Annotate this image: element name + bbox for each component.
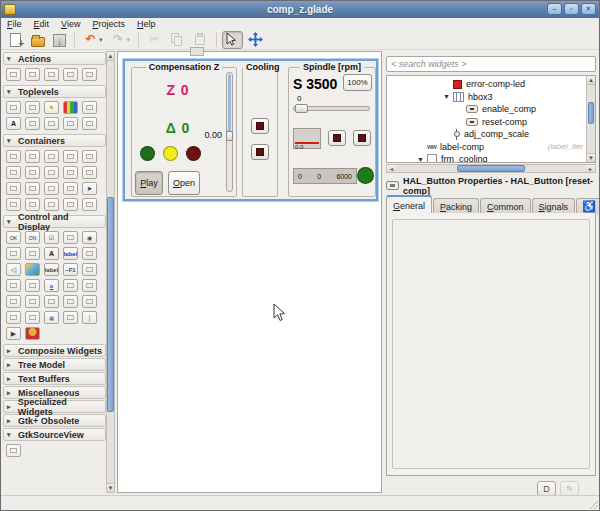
palette-spin-widget-icon[interactable] [25, 247, 40, 260]
frame-compensation[interactable]: Compensation Z Z 0 Δ 0 0.00 Play Open [131, 67, 237, 197]
menu-projects[interactable]: Projects [92, 19, 125, 30]
palette-layout-icon[interactable] [63, 182, 78, 195]
palette-section-specialized-widgets[interactable]: ▸Specialized Widgets [3, 400, 106, 413]
palette-table-icon[interactable] [44, 150, 59, 163]
spindle-button-1[interactable] [328, 130, 346, 146]
palette-drawing-area-icon[interactable] [25, 311, 40, 324]
palette-vpaned-icon[interactable] [63, 166, 78, 179]
palette-viewport-icon[interactable] [44, 198, 59, 211]
save-button[interactable] [50, 31, 69, 49]
palette-switch-icon[interactable] [6, 247, 21, 260]
palette-notebook-icon[interactable] [63, 150, 78, 163]
chevron-down-icon[interactable]: ▾ [99, 36, 103, 44]
menu-edit[interactable]: Edit [34, 19, 50, 30]
palette-section-toplevels[interactable]: ▾Toplevels [3, 85, 106, 98]
open-button[interactable]: Open [168, 171, 200, 195]
titlebar[interactable]: comp_z.glade –▫✕ [1, 1, 599, 18]
palette-event-box-icon[interactable] [82, 166, 97, 179]
palette-action-icon[interactable] [25, 68, 40, 81]
palette-calendar-icon[interactable]: ▦ [44, 311, 59, 324]
open-button[interactable] [28, 31, 48, 49]
palette-section-control-and-display[interactable]: ▾Control and Display [3, 215, 106, 228]
new-button[interactable] [5, 31, 26, 49]
tree-vertical-scrollbar[interactable]: ▲ ▼ [586, 76, 595, 162]
tree-horizontal-scrollbar[interactable]: ◂ ▸ [386, 164, 596, 173]
chevron-down-icon[interactable]: ▾ [127, 36, 131, 44]
scrollbar-thumb[interactable] [588, 102, 594, 124]
palette-check-button-icon[interactable]: ☑ [44, 231, 59, 244]
spindle-button-2[interactable] [353, 130, 371, 146]
scroll-right-icon[interactable]: ▸ [586, 165, 595, 172]
tab-general[interactable]: General [386, 195, 432, 214]
palette-toolbar-icon[interactable] [6, 182, 21, 195]
palette-text-window-icon[interactable]: A [6, 117, 21, 130]
tab-common[interactable]: Common [480, 198, 531, 214]
scroll-up-icon[interactable]: ▲ [107, 52, 114, 61]
design-canvas[interactable]: Compensation Z Z 0 Δ 0 0.00 Play Open Co… [117, 51, 382, 493]
palette-dialog-icon[interactable] [25, 101, 40, 114]
maximize-button[interactable]: ▫ [564, 3, 579, 15]
palette-recent-chooser-dialog-icon[interactable] [63, 117, 78, 130]
palette-text-label-icon[interactable]: label [44, 263, 59, 276]
tree-item-frm-cooling[interactable]: ▼frm_cooling [387, 153, 595, 163]
palette-section-tree-model[interactable]: ▸Tree Model [3, 358, 106, 371]
palette-statusbar-icon[interactable] [6, 311, 21, 324]
palette-scrollbar[interactable]: ▲ ▼ [106, 51, 115, 493]
scroll-down-icon[interactable]: ▼ [107, 483, 114, 492]
menu-view[interactable]: View [61, 19, 80, 30]
cooling-button-2[interactable] [251, 144, 269, 160]
design-window[interactable]: Compensation Z Z 0 Δ 0 0.00 Play Open Co… [123, 59, 378, 201]
frame-spindle[interactable]: Spindle [rpm] S 3500 100% 0 ⋯ 0.0 0 0 60… [288, 67, 376, 197]
cooling-button-1[interactable] [251, 118, 269, 134]
tree-item-reset-comp[interactable]: reset-comp [387, 116, 595, 129]
palette-window-icon[interactable] [6, 101, 21, 114]
frame-cooling[interactable]: Cooling [242, 67, 278, 197]
palette-file-chooser-button-icon[interactable] [25, 166, 40, 179]
palette-hscale-icon[interactable] [6, 279, 21, 292]
palette-fixed-icon[interactable] [44, 182, 59, 195]
palette-icon-view-icon[interactable] [82, 295, 97, 308]
palette-toggle-button-icon[interactable]: ON [25, 231, 40, 244]
expander-icon[interactable]: ▼ [417, 156, 427, 163]
palette-separator-tool-icon[interactable] [82, 68, 97, 81]
palette-aspect-frame-icon[interactable] [63, 198, 78, 211]
palette-text-view-icon[interactable] [44, 295, 59, 308]
tab-accessibility[interactable]: ♿ [576, 198, 600, 214]
palette-hpaned-icon[interactable] [6, 166, 21, 179]
selection-handle[interactable] [190, 47, 204, 56]
tree-item-adj-comp-scale[interactable]: adj_comp_scale [387, 128, 595, 141]
slider-handle[interactable]: ⋯ [295, 104, 308, 113]
palette-tree-view-icon[interactable] [63, 295, 78, 308]
resize-grip[interactable] [588, 499, 598, 509]
palette-vscale-icon[interactable] [25, 279, 40, 292]
palette-input-dialog-icon[interactable] [25, 117, 40, 130]
palette-badge-icon[interactable] [25, 327, 40, 340]
palette-hscrollbar-icon[interactable] [82, 279, 97, 292]
drag-resize-button[interactable] [245, 31, 266, 49]
palette-vbox-icon[interactable] [25, 150, 40, 163]
close-button[interactable]: ✕ [581, 3, 596, 15]
palette-menu-bar-icon[interactable] [25, 182, 40, 195]
palette-source-view-icon[interactable] [6, 444, 21, 457]
palette-file-chooser-dialog-icon[interactable] [82, 101, 97, 114]
palette-section-text-buffers[interactable]: ▸Text Buffers [3, 372, 106, 385]
palette-vscrollbar-icon[interactable] [63, 279, 78, 292]
palette-entry-icon[interactable]: A [44, 247, 59, 260]
percent-button[interactable]: 100% [343, 74, 372, 91]
menu-file[interactable]: File [7, 19, 22, 30]
palette-section-composite-widgets[interactable]: ▸Composite Widgets [3, 344, 106, 357]
undo-button[interactable]: ▾ [80, 31, 106, 49]
palette-section-gtksourceview[interactable]: ▾GtkSourceView [3, 428, 106, 441]
palette-radio-button-icon[interactable]: ◉ [82, 231, 97, 244]
palette-color-selection-dialog-icon[interactable] [63, 101, 78, 114]
palette-list-view-icon[interactable] [63, 311, 78, 324]
palette-accel-label-icon[interactable]: –F1 [63, 263, 78, 276]
palette-arrow-tool-icon[interactable]: ▶ [6, 327, 21, 340]
palette-expander-icon[interactable] [6, 198, 21, 211]
palette-about-dialog-icon[interactable]: ✶ [44, 101, 59, 114]
palette-combo-box-icon[interactable] [63, 231, 78, 244]
tab-signals[interactable]: Signals [532, 198, 576, 214]
tree-item-label-comp[interactable]: wwlabel-comp(label_iter [387, 141, 595, 154]
scale-handle[interactable] [226, 131, 233, 141]
palette-font-button-icon[interactable] [82, 247, 97, 260]
